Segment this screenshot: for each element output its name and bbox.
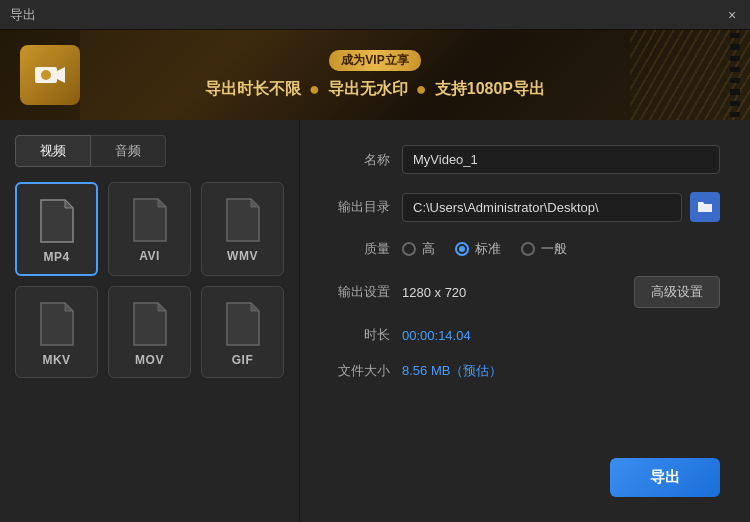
quality-high-radio[interactable] (402, 242, 416, 256)
vip-badge[interactable]: 成为VIP立享 (329, 50, 420, 71)
name-input[interactable] (402, 145, 720, 174)
output-dir-row: 输出目录 (330, 192, 720, 222)
wmv-label: WMV (227, 249, 258, 263)
mkv-label: MKV (42, 353, 70, 367)
duration-value: 00:00:14.04 (402, 328, 471, 343)
quality-standard-label: 标准 (475, 240, 501, 258)
format-avi[interactable]: AVI (108, 182, 191, 276)
format-mkv[interactable]: MKV (15, 286, 98, 378)
format-mov[interactable]: MOV (108, 286, 191, 378)
file-size-row: 文件大小 8.56 MB（预估） (330, 362, 720, 380)
vip-banner: 成为VIP立享 导出时长不限 ● 导出无水印 ● 支持1080P导出 (0, 30, 750, 120)
mp4-icon (37, 198, 77, 244)
title-bar: 导出 × (0, 0, 750, 30)
feature1-text: 导出时长不限 (205, 79, 301, 100)
vip-features: 导出时长不限 ● 导出无水印 ● 支持1080P导出 (205, 79, 545, 100)
quality-normal-radio[interactable] (521, 242, 535, 256)
export-area: 导出 (330, 458, 720, 497)
quality-high[interactable]: 高 (402, 240, 435, 258)
export-button[interactable]: 导出 (610, 458, 720, 497)
output-dir-input[interactable] (402, 193, 682, 222)
avi-label: AVI (139, 249, 160, 263)
vip-content: 成为VIP立享 导出时长不限 ● 导出无水印 ● 支持1080P导出 (205, 50, 545, 100)
name-label: 名称 (330, 151, 390, 169)
mkv-icon (37, 301, 77, 347)
output-dir-label: 输出目录 (330, 198, 390, 216)
window-title: 导出 (10, 6, 36, 24)
camera-icon (20, 45, 80, 105)
folder-button[interactable] (690, 192, 720, 222)
output-settings-row: 输出设置 1280 x 720 高级设置 (330, 276, 720, 308)
wmv-icon (223, 197, 263, 243)
close-button[interactable]: × (724, 7, 740, 23)
file-size-label: 文件大小 (330, 362, 390, 380)
advanced-settings-button[interactable]: 高级设置 (634, 276, 720, 308)
duration-label: 时长 (330, 326, 390, 344)
format-wmv[interactable]: WMV (201, 182, 284, 276)
main-content: 视频 音频 MP4 (0, 120, 750, 522)
mov-icon (130, 301, 170, 347)
mov-label: MOV (135, 353, 164, 367)
feature3-text: 支持1080P导出 (435, 79, 545, 100)
svg-marker-1 (57, 67, 65, 83)
name-row: 名称 (330, 145, 720, 174)
gif-icon (223, 301, 263, 347)
dot1: ● (309, 79, 320, 100)
tab-video[interactable]: 视频 (15, 135, 91, 167)
gif-label: GIF (232, 353, 254, 367)
quality-standard[interactable]: 标准 (455, 240, 501, 258)
quality-options: 高 标准 一般 (402, 240, 567, 258)
dot2: ● (416, 79, 427, 100)
quality-label: 质量 (330, 240, 390, 258)
format-mp4[interactable]: MP4 (15, 182, 98, 276)
quality-normal[interactable]: 一般 (521, 240, 567, 258)
format-gif[interactable]: GIF (201, 286, 284, 378)
quality-high-label: 高 (422, 240, 435, 258)
left-panel: 视频 音频 MP4 (0, 120, 300, 522)
output-settings-value: 1280 x 720 (402, 285, 466, 300)
duration-row: 时长 00:00:14.04 (330, 326, 720, 344)
mp4-label: MP4 (43, 250, 69, 264)
format-grid: MP4 AVI (15, 182, 284, 378)
right-panel: 名称 输出目录 质量 高 (300, 120, 750, 522)
file-size-value: 8.56 MB（预估） (402, 362, 502, 380)
tab-audio[interactable]: 音频 (91, 135, 166, 167)
quality-standard-radio[interactable] (455, 242, 469, 256)
avi-icon (130, 197, 170, 243)
tab-group: 视频 音频 (15, 135, 284, 167)
film-strip (730, 30, 740, 120)
quality-row: 质量 高 标准 一般 (330, 240, 720, 258)
svg-point-2 (41, 70, 51, 80)
quality-normal-label: 一般 (541, 240, 567, 258)
feature2-text: 导出无水印 (328, 79, 408, 100)
output-settings-label: 输出设置 (330, 283, 390, 301)
